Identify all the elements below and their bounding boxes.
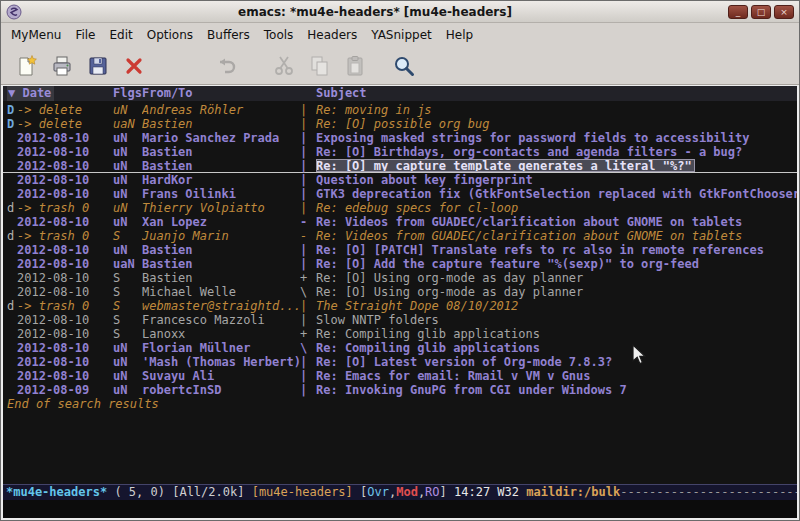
window-controls: _ □ ×	[728, 5, 794, 19]
date-cell: 2012-08-10	[17, 145, 113, 159]
column-header-subject[interactable]: Subject	[316, 86, 797, 101]
message-row[interactable]: 2012-08-10 uN HardKor | Question about k…	[3, 173, 797, 187]
column-header-flags[interactable]: Flgs	[113, 86, 142, 101]
modeline-filler: ----------------------------------------…	[620, 485, 797, 499]
mark-cell: d	[7, 201, 17, 215]
menubar: MyMenuFileEditOptionsBuffersToolsHeaders…	[1, 23, 799, 47]
thread-connector: |	[300, 355, 316, 369]
message-row[interactable]: 2012-08-10 uaN Bastien | Re: [O] Add the…	[3, 257, 797, 271]
cut-icon[interactable]	[267, 51, 301, 81]
message-row[interactable]: d -> trash 0 S webmaster@straightd... | …	[3, 299, 797, 313]
new-file-icon[interactable]	[9, 51, 43, 81]
from-cell: Lanoxx	[142, 327, 300, 341]
flags-cell: uN	[113, 383, 142, 397]
message-row[interactable]: 2012-08-10 uN Suvayu Ali | Re: Emacs for…	[3, 369, 797, 383]
maximize-button[interactable]: □	[751, 5, 771, 19]
flags-cell: S	[113, 299, 142, 313]
thread-connector: +	[300, 271, 316, 285]
mark-cell	[7, 313, 17, 327]
message-row[interactable]: 2012-08-10 S Michael Welle \ Re: [O] Usi…	[3, 285, 797, 299]
flags-cell: S	[113, 327, 142, 341]
close-button[interactable]: ×	[774, 5, 794, 19]
menu-item-buffers[interactable]: Buffers	[200, 25, 257, 45]
message-row[interactable]: 2012-08-10 uN 'Mash (Thomas Herbert) | R…	[3, 355, 797, 369]
paste-icon[interactable]	[339, 51, 373, 81]
message-row[interactable]: 2012-08-10 uN Frans Oilinki | GTK3 depre…	[3, 187, 797, 201]
modeline-position: ( 5, 0) [All/2.0k]	[107, 485, 252, 499]
menu-item-headers[interactable]: Headers	[300, 25, 364, 45]
minimize-button[interactable]: _	[728, 5, 748, 19]
menu-item-file[interactable]: File	[68, 25, 102, 45]
mark-cell: D	[7, 117, 17, 131]
modeline[interactable]: *mu4e-headers* ( 5, 0) [All/2.0k] [mu4e-…	[3, 484, 797, 500]
menu-item-help[interactable]: Help	[439, 25, 480, 45]
save-icon[interactable]	[81, 51, 115, 81]
message-row[interactable]: 2012-08-09 uN robertcInSD | Re: Invoking…	[3, 383, 797, 397]
message-row[interactable]: 2012-08-10 uN Mario Sanchez Prada | Expo…	[3, 131, 797, 145]
from-cell: Mario Sanchez Prada	[142, 131, 300, 145]
modeline-bracket: [	[353, 485, 367, 499]
thread-connector: |	[300, 257, 316, 271]
subject-cell: Re: moving in js	[316, 103, 797, 117]
message-buffer: D -> delete uN Andreas Röhler | Re: movi…	[3, 101, 797, 484]
mark-cell	[7, 243, 17, 257]
message-row[interactable]: 2012-08-10 uN Bastien | Re: [O] my captu…	[3, 159, 797, 173]
flags-cell: uN	[113, 173, 142, 187]
message-row[interactable]: 2012-08-10 uN Bastien | Re: [O] [PATCH] …	[3, 243, 797, 257]
search-icon[interactable]	[387, 51, 421, 81]
menu-item-tools[interactable]: Tools	[257, 25, 301, 45]
thread-connector: |	[300, 369, 316, 383]
from-cell: Xan Lopez	[142, 215, 300, 229]
menu-item-yasnippet[interactable]: YASnippet	[364, 25, 439, 45]
date-cell: 2012-08-10	[17, 243, 113, 257]
message-row[interactable]: 2012-08-10 S Francesco Mazzoli | Slow NN…	[3, 313, 797, 327]
message-row[interactable]: 2012-08-10 S Lanoxx + Re: Compiling glib…	[3, 327, 797, 341]
message-row[interactable]: 2012-08-10 uN Xan Lopez - Re: Videos fro…	[3, 215, 797, 229]
from-cell: Thierry Volpiatto	[142, 201, 300, 215]
from-cell: 'Mash (Thomas Herbert)	[142, 355, 300, 369]
copy-icon[interactable]	[303, 51, 337, 81]
message-row[interactable]: d -> trash 0 S Juanjo Marin - Re: Videos…	[3, 229, 797, 243]
thread-connector: -	[300, 229, 316, 243]
thread-connector: +	[300, 327, 316, 341]
mark-cell	[7, 257, 17, 271]
message-row[interactable]: D -> delete uN Andreas Röhler | Re: movi…	[3, 103, 797, 117]
column-header-date[interactable]: ▼ Date	[7, 86, 113, 101]
print-icon[interactable]	[45, 51, 79, 81]
date-cell: 2012-08-10	[17, 341, 113, 355]
mark-cell	[7, 131, 17, 145]
subject-cell: Re: edebug specs for cl-loop	[316, 201, 797, 215]
subject-cell: Re: [O] my capture template generates a …	[316, 159, 695, 172]
column-header-gap	[300, 86, 316, 101]
message-row[interactable]: D -> delete uaN Bastien | Re: [O] possib…	[3, 117, 797, 131]
close-file-icon[interactable]	[117, 51, 151, 81]
flags-cell: uN	[113, 145, 142, 159]
emacs-frame: ▼ Date Flgs From/To Subject D -> delete …	[1, 85, 799, 520]
titlebar[interactable]: emacs: *mu4e-headers* [mu4e-headers] _ □…	[1, 1, 799, 23]
mark-cell: D	[7, 103, 17, 117]
column-header-from[interactable]: From/To	[142, 86, 300, 101]
message-row[interactable]: d -> trash 0 uN Thierry Volpiatto | Re: …	[3, 201, 797, 215]
mark-cell	[7, 271, 17, 285]
menu-item-edit[interactable]: Edit	[103, 25, 140, 45]
undo-icon[interactable]	[209, 51, 243, 81]
message-row[interactable]: 2012-08-10 S Bastien + Re: [O] Using org…	[3, 271, 797, 285]
mark-cell	[7, 341, 17, 355]
menu-item-options[interactable]: Options	[140, 25, 200, 45]
message-row[interactable]: 2012-08-10 uN Bastien | Re: [O] Birthday…	[3, 145, 797, 159]
emacs-window: emacs: *mu4e-headers* [mu4e-headers] _ □…	[0, 0, 800, 521]
end-of-results: End of search results	[3, 397, 797, 411]
from-cell: HardKor	[142, 173, 300, 187]
mark-cell: d	[7, 299, 17, 313]
date-cell: 2012-08-10	[17, 215, 113, 229]
from-cell: Florian Müllner	[142, 341, 300, 355]
flags-cell: S	[113, 271, 142, 285]
sort-indicator-date[interactable]: ▼ Date	[7, 86, 54, 101]
message-row[interactable]: 2012-08-10 uN Florian Müllner \ Re: Comp…	[3, 341, 797, 355]
date-cell: -> trash 0	[17, 299, 113, 313]
menu-item-mymenu[interactable]: MyMenu	[4, 25, 68, 45]
minibuffer[interactable]	[3, 500, 797, 518]
flags-cell: uN	[113, 369, 142, 383]
from-cell: Suvayu Ali	[142, 369, 300, 383]
subject-cell: Re: [O] possible org bug	[316, 117, 797, 131]
